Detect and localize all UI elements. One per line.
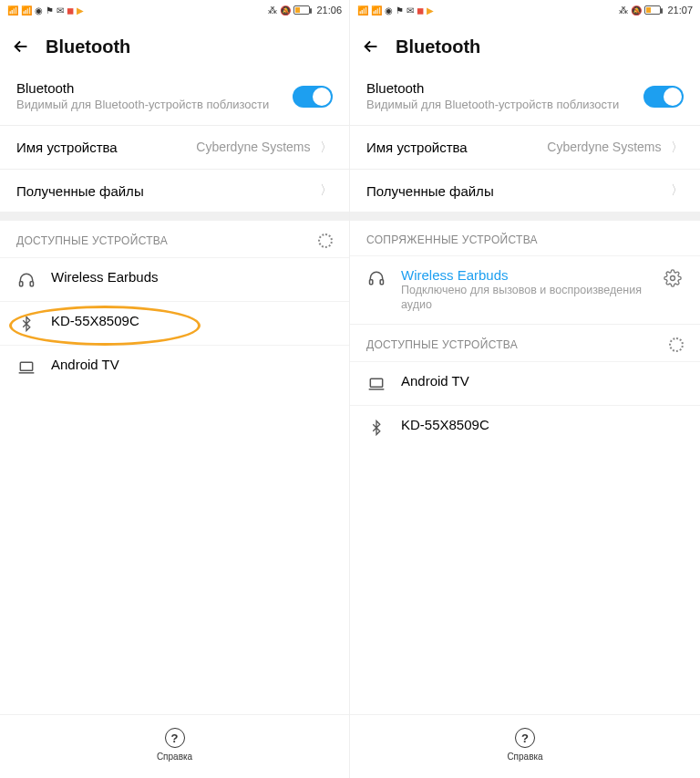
- device-label: KD-55X8509C: [401, 417, 684, 432]
- flag-icon: ⚑: [396, 5, 404, 16]
- laptop-icon: [16, 358, 36, 378]
- spacer: [0, 389, 349, 714]
- help-icon: ?: [515, 728, 535, 748]
- device-name-row[interactable]: Имя устройства Cyberdyne Systems 〉: [0, 125, 349, 169]
- paired-device-earbuds[interactable]: Wireless Earbuds Подключено для вызовов …: [350, 255, 700, 323]
- device-name-label: Имя устройства: [366, 140, 468, 155]
- viber-icon: ◉: [385, 5, 393, 16]
- svg-rect-7: [20, 362, 32, 370]
- received-files-row[interactable]: Полученные файлы 〉: [350, 169, 700, 212]
- laptop-icon: [366, 374, 386, 394]
- received-files-label: Полученные файлы: [16, 183, 144, 199]
- svg-point-10: [671, 276, 675, 281]
- back-icon[interactable]: [9, 35, 33, 58]
- bluetooth-icon: [16, 314, 36, 334]
- help-icon: ?: [165, 728, 185, 748]
- available-devices-header: ДОСТУПНЫЕ УСТРОЙСТВА: [350, 324, 700, 361]
- mail-icon: ✉: [57, 5, 64, 16]
- device-android-tv[interactable]: Android TV: [0, 345, 349, 389]
- bluetooth-icon: [366, 418, 386, 438]
- app-bar: Bluetooth: [350, 20, 700, 71]
- svg-rect-5: [20, 282, 23, 286]
- bluetooth-label: Bluetooth: [16, 80, 293, 96]
- mail-icon: ✉: [407, 5, 414, 16]
- signal-icon: 📶: [7, 5, 18, 16]
- device-kd55[interactable]: KD-55X8509C: [350, 405, 700, 449]
- device-label: Android TV: [401, 373, 684, 389]
- scanning-spinner-icon: [318, 233, 333, 248]
- device-wireless-earbuds[interactable]: Wireless Earbuds: [0, 257, 349, 301]
- bluetooth-subtitle: Видимый для Bluetooth-устройств поблизос…: [16, 98, 293, 112]
- divider: [0, 212, 349, 221]
- bluetooth-status-icon: ⁂: [268, 5, 277, 16]
- svg-rect-9: [380, 280, 383, 285]
- device-label: Wireless Earbuds: [401, 267, 647, 283]
- svg-rect-6: [30, 282, 33, 286]
- status-bar: 📶 📶 ◉ ⚑ ✉ ◼ ▶ ⁂ 🔕 21:06: [0, 0, 349, 20]
- chevron-right-icon: 〉: [671, 182, 684, 199]
- bluetooth-subtitle: Видимый для Bluetooth-устройств поблизос…: [366, 98, 643, 112]
- help-button[interactable]: ? Справка: [0, 714, 349, 778]
- scanning-spinner-icon: [669, 337, 684, 352]
- available-devices-label: ДОСТУПНЫЕ УСТРОЙСТВА: [366, 338, 518, 351]
- bluetooth-toggle[interactable]: [643, 86, 684, 108]
- screen-before: 📶 📶 ◉ ⚑ ✉ ◼ ▶ ⁂ 🔕 21:06 Bluetooth Blueto…: [0, 0, 350, 778]
- viber-icon: ◉: [35, 5, 43, 16]
- device-name-label: Имя устройства: [16, 140, 118, 155]
- battery-icon: [293, 5, 310, 15]
- paired-devices-label: СОПРЯЖЕННЫЕ УСТРОЙСТВА: [366, 233, 538, 246]
- clock: 21:06: [316, 5, 342, 16]
- device-label: Android TV: [51, 357, 333, 372]
- device-label: KD-55X8509C: [51, 313, 333, 328]
- battery-icon: [644, 5, 661, 15]
- device-kd55[interactable]: KD-55X8509C: [0, 301, 349, 345]
- chevron-right-icon: 〉: [671, 140, 684, 154]
- gear-icon[interactable]: [662, 267, 684, 289]
- device-label: Wireless Earbuds: [51, 269, 333, 285]
- page-title: Bluetooth: [46, 36, 130, 57]
- svg-rect-8: [370, 280, 373, 285]
- svg-rect-11: [370, 379, 382, 387]
- help-label: Справка: [507, 752, 542, 762]
- status-bar: 📶 📶 ◉ ⚑ ✉ ◼ ▶ ⁂ 🔕 21:07: [350, 0, 700, 20]
- page-title: Bluetooth: [396, 36, 480, 57]
- app-icon: ◼: [67, 5, 74, 16]
- flag-icon: ⚑: [46, 5, 54, 16]
- device-name-value: Cyberdyne Systems: [196, 140, 310, 154]
- mute-icon: 🔕: [280, 5, 291, 16]
- bluetooth-toggle-row[interactable]: Bluetooth Видимый для Bluetooth-устройст…: [0, 71, 349, 125]
- available-devices-label: ДОСТУПНЫЕ УСТРОЙСТВА: [16, 234, 168, 247]
- bluetooth-toggle-row[interactable]: Bluetooth Видимый для Bluetooth-устройст…: [350, 71, 700, 125]
- bluetooth-toggle[interactable]: [293, 86, 333, 108]
- app-icon: ◼: [417, 5, 424, 16]
- back-icon[interactable]: [359, 35, 383, 58]
- play-icon: ▶: [427, 5, 434, 16]
- spacer: [350, 449, 700, 715]
- screen-after: 📶 📶 ◉ ⚑ ✉ ◼ ▶ ⁂ 🔕 21:07 Bluetooth Blueto…: [350, 0, 700, 778]
- device-name-row[interactable]: Имя устройства Cyberdyne Systems 〉: [350, 125, 700, 169]
- bluetooth-label: Bluetooth: [366, 80, 643, 96]
- device-name-value: Cyberdyne Systems: [547, 140, 661, 154]
- mute-icon: 🔕: [631, 5, 642, 16]
- wifi-icon: 📶: [21, 5, 32, 16]
- device-status: Подключено для вызовов и воспроизведения…: [401, 284, 647, 312]
- clock: 21:07: [667, 5, 693, 16]
- play-icon: ▶: [77, 5, 84, 16]
- available-devices-header: ДОСТУПНЫЕ УСТРОЙСТВА: [0, 221, 349, 257]
- signal-icon: 📶: [357, 5, 368, 16]
- received-files-row[interactable]: Полученные файлы 〉: [0, 169, 349, 212]
- headphones-icon: [366, 268, 386, 288]
- bluetooth-status-icon: ⁂: [619, 5, 628, 16]
- app-bar: Bluetooth: [0, 20, 349, 71]
- received-files-label: Полученные файлы: [366, 183, 494, 199]
- chevron-right-icon: 〉: [320, 182, 333, 199]
- device-android-tv[interactable]: Android TV: [350, 361, 700, 405]
- chevron-right-icon: 〉: [320, 140, 333, 154]
- divider: [350, 212, 700, 221]
- headphones-icon: [16, 270, 36, 290]
- help-label: Справка: [157, 752, 192, 762]
- wifi-icon: 📶: [371, 5, 382, 16]
- help-button[interactable]: ? Справка: [350, 714, 700, 778]
- paired-devices-header: СОПРЯЖЕННЫЕ УСТРОЙСТВА: [350, 221, 700, 255]
